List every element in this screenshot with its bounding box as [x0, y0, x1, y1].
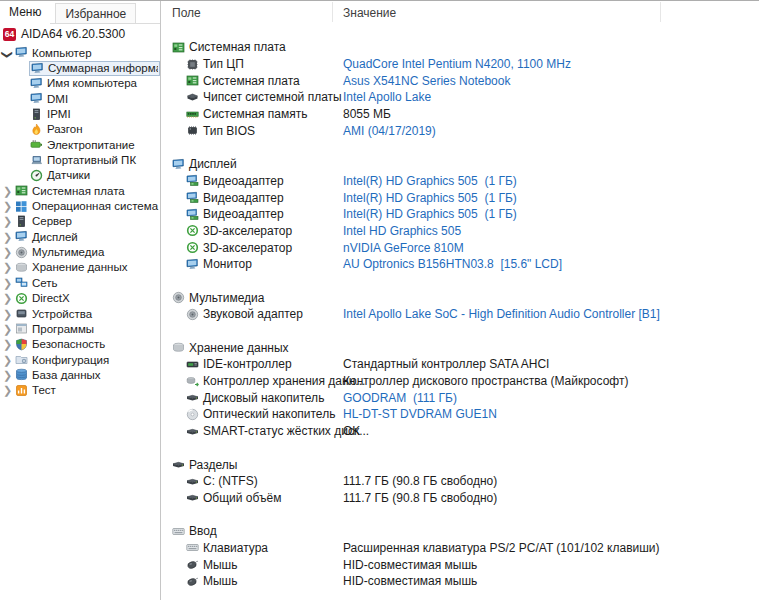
section-header[interactable]: Разделы: [162, 456, 759, 473]
row-value[interactable]: Asus X541NC Series Notebook: [343, 72, 510, 89]
column-header-field[interactable]: Поле: [172, 6, 201, 20]
chevron-right-icon[interactable]: ❯: [3, 186, 15, 196]
tree-item-label: DirectX: [32, 292, 70, 304]
info-row[interactable]: 3D-акселераторIntel HD Graphics 505: [162, 223, 759, 240]
report-content: Системная платаТип ЦПQuadCore Intel Pent…: [162, 23, 759, 590]
chevron-right-icon[interactable]: ❯: [3, 339, 15, 349]
chevron-right-icon[interactable]: ❯: [3, 293, 15, 303]
database-icon: [15, 368, 28, 381]
row-value[interactable]: Intel Apollo Lake SoC - High Definition …: [343, 306, 660, 323]
info-row[interactable]: IDE-контроллерСтандартный контроллер SAT…: [162, 356, 759, 373]
row-value[interactable]: QuadCore Intel Pentium N4200, 1100 MHz: [343, 56, 571, 73]
tree-item[interactable]: ❯Конфигурация: [0, 352, 160, 367]
test-icon: [15, 384, 28, 397]
info-row[interactable]: C: (NTFS)111.7 ГБ (90.8 ГБ свободно): [162, 473, 759, 490]
row-value[interactable]: Intel HD Graphics 505: [343, 223, 461, 240]
tree-item[interactable]: ❯Компьютер: [0, 45, 160, 60]
tree-item-label: Мультимедиа: [32, 246, 104, 258]
tab-favorites[interactable]: Избранное: [55, 3, 136, 23]
column-divider[interactable]: [332, 2, 333, 22]
row-value[interactable]: AMI (04/17/2019): [343, 122, 436, 139]
info-row[interactable]: МониторAU Optronics B156HTN03.8 [15.6" L…: [162, 256, 759, 273]
row-value[interactable]: AU Optronics B156HTN03.8 [15.6" LCD]: [343, 256, 562, 273]
info-row[interactable]: 3D-акселераторnVIDIA GeForce 810M: [162, 239, 759, 256]
row-value[interactable]: Intel(R) HD Graphics 505 (1 ГБ): [343, 173, 517, 190]
chevron-right-icon[interactable]: ❯: [3, 278, 15, 288]
info-row[interactable]: Тип ЦПQuadCore Intel Pentium N4200, 1100…: [162, 56, 759, 73]
tree-item[interactable]: ❯Системная плата: [0, 183, 160, 198]
section-header-cell: Хранение данных: [172, 339, 289, 356]
row-value[interactable]: Intel(R) HD Graphics 505 (1 ГБ): [343, 189, 517, 206]
chevron-right-icon[interactable]: ❯: [3, 247, 15, 257]
chevron-down-icon[interactable]: ❯: [3, 50, 13, 62]
chevron-right-icon[interactable]: ❯: [3, 370, 15, 380]
tree-item[interactable]: Электропитание: [0, 137, 160, 152]
chevron-right-icon[interactable]: ❯: [3, 309, 15, 319]
tab-menu[interactable]: Меню: [0, 1, 50, 23]
chevron-right-icon[interactable]: ❯: [3, 201, 15, 211]
tree-item[interactable]: ❯Дисплей: [0, 229, 160, 244]
info-row[interactable]: Звуковой адаптерIntel Apollo Lake SoC - …: [162, 306, 759, 323]
row-value: Контроллер дискового пространства (Майкр…: [343, 373, 628, 390]
info-row[interactable]: ВидеоадаптерIntel(R) HD Graphics 505 (1 …: [162, 173, 759, 190]
tree-item[interactable]: DMI: [0, 91, 160, 106]
column-divider[interactable]: [660, 2, 661, 22]
info-row[interactable]: Системная память8055 МБ: [162, 106, 759, 123]
section-header[interactable]: Ввод: [162, 523, 759, 540]
chevron-right-icon[interactable]: ❯: [3, 216, 15, 226]
info-row[interactable]: КлавиатураРасширенная клавиатура PS/2 PC…: [162, 540, 759, 557]
tree-item[interactable]: Суммарная информация: [0, 60, 160, 75]
row-label: Общий объём: [203, 491, 281, 505]
row-value[interactable]: HL-DT-ST DVDRAM GUE1N: [343, 406, 497, 423]
chevron-right-icon[interactable]: ❯: [3, 232, 15, 242]
info-row[interactable]: ВидеоадаптерIntel(R) HD Graphics 505 (1 …: [162, 206, 759, 223]
row-value[interactable]: GOODRAM (111 ГБ): [343, 389, 457, 406]
info-row[interactable]: Оптический накопительHL-DT-ST DVDRAM GUE…: [162, 406, 759, 423]
row-label: Оптический накопитель: [203, 407, 335, 421]
tree-item[interactable]: IPMI: [0, 106, 160, 121]
info-row[interactable]: Чипсет системной платыIntel Apollo Lake: [162, 89, 759, 106]
tree-item[interactable]: Портативный ПК: [0, 152, 160, 167]
tree-item[interactable]: ❯Хранение данных: [0, 260, 160, 275]
tree-item[interactable]: ❯Тест: [0, 383, 160, 398]
storage-icon: [15, 261, 28, 274]
section-header[interactable]: Дисплей: [162, 156, 759, 173]
chevron-right-icon[interactable]: ❯: [3, 385, 15, 395]
chevron-right-icon[interactable]: ❯: [3, 355, 15, 365]
tree-item[interactable]: ❯Безопасность: [0, 337, 160, 352]
chevron-right-icon[interactable]: ❯: [3, 324, 15, 334]
tree-item[interactable]: ❯DirectX: [0, 291, 160, 306]
info-row[interactable]: МышьHID-совместимая мышь: [162, 556, 759, 573]
info-row[interactable]: Контроллер хранения данн...Контроллер ди…: [162, 373, 759, 390]
row-value[interactable]: Intel(R) HD Graphics 505 (1 ГБ): [343, 206, 517, 223]
tree-item[interactable]: ❯Мультимедиа: [0, 244, 160, 259]
chipset-icon: [186, 91, 199, 104]
tree-item[interactable]: Датчики: [0, 168, 160, 183]
section-header[interactable]: Хранение данных: [162, 339, 759, 356]
row-value[interactable]: Intel Apollo Lake: [343, 89, 431, 106]
section-header[interactable]: Мультимедиа: [162, 289, 759, 306]
motherboard-icon: [172, 41, 185, 54]
info-row[interactable]: SMART-статус жёстких диск...OK: [162, 423, 759, 440]
tree-item[interactable]: ❯Программы: [0, 321, 160, 336]
info-row[interactable]: Системная платаAsus X541NC Series Notebo…: [162, 72, 759, 89]
tree-item[interactable]: ❯Сеть: [0, 275, 160, 290]
section-gap: [162, 323, 759, 340]
chevron-right-icon[interactable]: ❯: [3, 262, 15, 272]
tree-item[interactable]: ❯Сервер: [0, 214, 160, 229]
info-row[interactable]: Тип BIOSAMI (04/17/2019): [162, 122, 759, 139]
tree-item[interactable]: Разгон: [0, 122, 160, 137]
column-header-value[interactable]: Значение: [343, 6, 396, 20]
info-row[interactable]: ВидеоадаптерIntel(R) HD Graphics 505 (1 …: [162, 189, 759, 206]
info-row[interactable]: Дисковый накопительGOODRAM (111 ГБ): [162, 389, 759, 406]
tree-item[interactable]: ❯База данных: [0, 367, 160, 382]
row-label-cell: IDE-контроллер: [186, 356, 292, 373]
info-row[interactable]: МышьHID-совместимая мышь: [162, 573, 759, 590]
info-row[interactable]: Общий объём111.7 ГБ (90.8 ГБ свободно): [162, 490, 759, 507]
tree-item[interactable]: ❯Операционная система: [0, 198, 160, 213]
tree-item[interactable]: ❯Устройства: [0, 306, 160, 321]
row-value[interactable]: nVIDIA GeForce 810M: [343, 239, 464, 256]
row-label: Дисковый накопитель: [203, 391, 324, 405]
tree-item[interactable]: Имя компьютера: [0, 76, 160, 91]
section-header[interactable]: Системная плата: [162, 39, 759, 56]
